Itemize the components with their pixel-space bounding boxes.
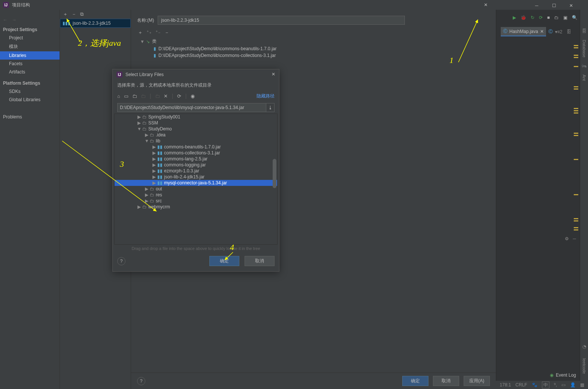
file-tree-row[interactable]: ▶▮▮commons-lang-2.5.jar [115, 156, 277, 162]
classes-node[interactable]: ▼ ↘ 类 [140, 37, 490, 45]
jar-row[interactable]: ▮D:\IDEAproject\StudyDemo\lib\commons-be… [154, 45, 490, 52]
search-icon[interactable]: 🔍 [572, 15, 578, 20]
expand-icon[interactable]: ▶ [152, 144, 156, 150]
sidebar-item-artifacts[interactable]: Artifacts [0, 68, 60, 76]
expand-icon[interactable]: ▶ [152, 174, 156, 180]
jar-row[interactable]: ▮D:\IDEAproject\StudyDemo\lib\commons-co… [154, 52, 490, 59]
path-input[interactable] [117, 103, 266, 112]
ime-indicator[interactable]: 中 [542, 382, 549, 389]
editor-tab[interactable]: Ⓒ HashMap.java ✕ [501, 27, 546, 36]
library-item[interactable]: ▮▮▮ json-lib-2.2.3-jdk15 [60, 19, 131, 28]
event-log-label[interactable]: Event Log [556, 373, 576, 378]
scrollbar[interactable] [273, 159, 276, 188]
expand-icon[interactable]: ▶ [152, 180, 156, 186]
debug-icon[interactable]: 🐞 [521, 15, 526, 20]
add-icon[interactable]: ＋ [63, 11, 68, 18]
project-structure-icon[interactable]: 🗀 [554, 15, 559, 20]
cancel-button[interactable]: 取消 [433, 376, 459, 386]
refresh-icon[interactable]: ⟳ [177, 93, 181, 99]
add-doc-icon[interactable]: ⁺₋ [155, 29, 161, 36]
apply-button[interactable]: 应用(A) [464, 376, 490, 386]
keyboard-icon[interactable]: ▭ [561, 382, 566, 388]
more-tabs-icon[interactable]: ▾≡2 [555, 29, 563, 34]
database-label[interactable]: Database [582, 40, 587, 57]
close-icon[interactable]: ✕ [477, 0, 494, 10]
hide-path-link[interactable]: 隐藏路径 [257, 93, 275, 99]
settings-icon[interactable]: ⚙ [565, 236, 569, 241]
ime-mode-icon[interactable]: ⁹, [554, 382, 557, 388]
expand-icon[interactable]: ▶ [152, 150, 156, 156]
leetcode-icon[interactable]: ◔ [582, 344, 586, 349]
cancel-button[interactable]: 取消 [245, 256, 275, 266]
sidebar-item-global-libraries[interactable]: Global Libraries [0, 96, 60, 104]
sidebar-item-problems[interactable]: Problems [0, 113, 60, 121]
expand-icon[interactable]: ▼ [145, 138, 148, 144]
file-tree-row[interactable]: ▶▮▮ezmorph-1.0.3.jar [115, 168, 277, 174]
back-icon[interactable]: ← [3, 17, 7, 22]
file-tree-row[interactable]: ▶▮▮mysql-connector-java-5.1.34.jar [115, 180, 277, 186]
ant-label[interactable]: Ant [582, 75, 587, 81]
expand-icon[interactable]: ▶ [152, 168, 156, 174]
add-url-icon[interactable]: ⁺₊ [146, 29, 152, 36]
sidebar-item-sdks[interactable]: SDKs [0, 87, 60, 96]
help-icon[interactable]: ? [117, 257, 125, 265]
show-hidden-icon[interactable]: ◉ [191, 93, 195, 99]
profiler-icon[interactable]: ⟳ [539, 15, 543, 20]
copy-icon[interactable]: ⧉ [80, 11, 84, 17]
sidebar-item-project[interactable]: Project [0, 34, 60, 42]
sidebar-item-modules[interactable]: 模块 [0, 42, 60, 51]
file-tree-row[interactable]: ▼🗀StudyDemo [115, 126, 277, 132]
sidebar-item-libraries[interactable]: Libraries [0, 51, 60, 60]
file-tree-row[interactable]: ▶🗀res [115, 192, 277, 198]
leetcode-label[interactable]: leetcode [582, 358, 587, 374]
coverage-icon[interactable]: ↻ [531, 15, 534, 20]
remove-icon[interactable]: － [72, 11, 76, 18]
file-tree-row[interactable]: ▶▮▮commons-logging.jar [115, 162, 277, 168]
file-tree-row[interactable]: ▶🗀.idea [115, 132, 277, 138]
close-tab-icon[interactable]: ✕ [540, 29, 544, 34]
expand-icon[interactable]: ▶ [152, 156, 156, 162]
hide-icon[interactable]: ─ [573, 236, 576, 241]
expand-icon[interactable]: ▶ [145, 198, 148, 203]
file-tree-row[interactable]: ▶🗀webmycrm [115, 204, 277, 210]
user-icon[interactable]: 👤 [570, 382, 576, 388]
file-tree-row[interactable]: ▶▮▮commons-collections-3.1.jar [115, 150, 277, 156]
maximize-icon[interactable]: ☐ [545, 1, 563, 10]
file-tree-row[interactable]: ▶🗀SSM [115, 120, 277, 126]
caret-position[interactable]: 178:1 [500, 382, 511, 388]
close-icon[interactable]: ✕ [272, 72, 275, 77]
expand-icon[interactable]: ▶ [145, 186, 148, 192]
help-icon[interactable]: ? [137, 377, 145, 385]
line-separator[interactable]: CRLF [515, 382, 527, 388]
file-tree-row[interactable]: ▶🗀out [115, 186, 277, 192]
library-name-input[interactable] [158, 16, 405, 25]
close-icon[interactable]: ✕ [563, 1, 580, 10]
notification-icon[interactable]: ◉ [550, 373, 554, 378]
desktop-icon[interactable]: ▭ [124, 93, 128, 99]
file-tree-row[interactable]: ▶🗀src [115, 198, 277, 204]
expand-icon[interactable]: ▶ [145, 132, 148, 138]
file-tree-row[interactable]: ▶🗀SpringStudy001 [115, 114, 277, 120]
expand-icon[interactable]: ▶ [145, 192, 148, 197]
expand-icon[interactable]: ▼ [137, 126, 141, 132]
ant-tool-icon[interactable]: 🐜 [581, 63, 587, 69]
delete-icon[interactable]: ✕ [164, 93, 168, 99]
project-icon[interactable]: 🗀 [132, 93, 137, 99]
expand-icon[interactable]: ▶ [137, 120, 141, 126]
expand-icon[interactable]: ▶ [152, 162, 156, 168]
home-icon[interactable]: ⌂ [117, 93, 120, 99]
terminal-icon[interactable]: ▣ [563, 15, 567, 20]
remove-root-icon[interactable]: － [164, 29, 169, 36]
run-icon[interactable]: ▶ [513, 15, 516, 20]
expand-icon[interactable]: ▶ [137, 204, 141, 209]
paw-icon[interactable]: 🐾 [532, 382, 537, 388]
database-tool-icon[interactable]: 🗄 [582, 28, 587, 34]
file-tree-row[interactable]: ▶▮▮json-lib-2.4-jdk15.jar [115, 174, 277, 180]
forward-icon[interactable]: → [12, 17, 16, 22]
ok-button[interactable]: 确定 [402, 376, 428, 386]
add-root-icon[interactable]: ＋ [138, 29, 143, 36]
file-tree-row[interactable]: ▼🗀lib [115, 138, 277, 144]
sidebar-item-facets[interactable]: Facets [0, 60, 60, 68]
expand-icon[interactable]: ▶ [137, 114, 141, 120]
file-tree-row[interactable]: ▶▮▮commons-beanutils-1.7.0.jar [115, 144, 277, 150]
